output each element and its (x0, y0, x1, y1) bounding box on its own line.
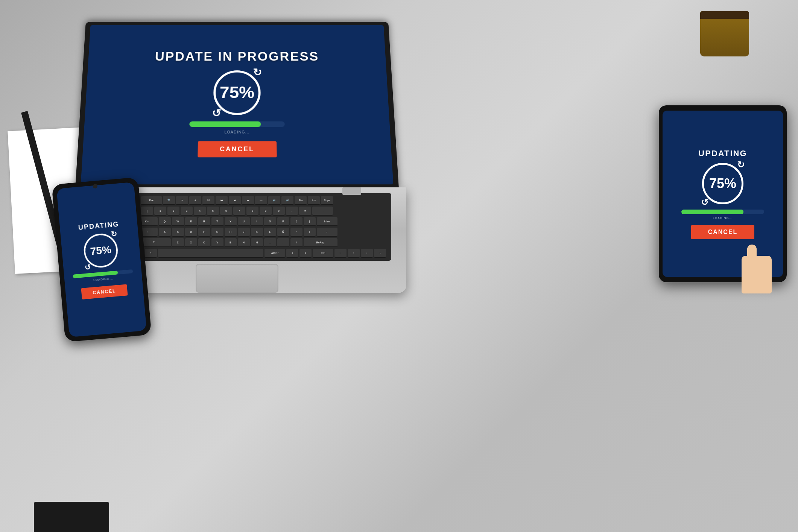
phone-loading-text: LOADING... (93, 277, 113, 282)
key-g[interactable]: G (211, 228, 223, 237)
key-insert[interactable]: Ins (308, 196, 320, 205)
tablet-percent: 75% (709, 176, 736, 192)
key-4[interactable]: 4 (194, 207, 206, 216)
key-v[interactable]: V (211, 238, 223, 247)
key-f7[interactable]: ⏭ (242, 196, 254, 205)
key-5[interactable]: 5 (207, 207, 219, 216)
key-l[interactable]: L (264, 228, 276, 237)
key-alt-r[interactable]: Alt Gr (264, 249, 285, 258)
key-gt[interactable]: > (299, 249, 312, 258)
key-f11[interactable]: Fin (295, 196, 307, 205)
key-f6[interactable]: ⏯ (229, 196, 241, 205)
key-shift-r[interactable]: RePag (304, 238, 337, 247)
key-period[interactable]: . (277, 238, 289, 247)
plant-pot (700, 11, 749, 56)
phone-screen: UPDATING 75% LOADING... CANCEL (56, 182, 147, 337)
key-6[interactable]: 6 (220, 207, 232, 216)
key-n-tilde[interactable]: Ñ (277, 228, 289, 237)
key-comma[interactable]: , (264, 238, 276, 247)
trackpad[interactable] (196, 264, 278, 293)
key-s[interactable]: S (172, 228, 184, 237)
laptop-loading-bar-fill (189, 121, 261, 127)
key-backspace[interactable]: ← (312, 207, 333, 216)
key-z[interactable]: Z (172, 238, 184, 247)
key-enter[interactable]: Intro (317, 217, 337, 226)
key-arrow-right[interactable]: → (374, 249, 386, 258)
key-f[interactable]: F (198, 228, 210, 237)
key-h[interactable]: H (225, 228, 237, 237)
key-minus[interactable]: - (286, 207, 298, 216)
phone-refresh-circle: 75% (82, 232, 119, 269)
key-q[interactable]: Q (159, 217, 171, 226)
key-x[interactable]: X (185, 238, 197, 247)
key-0[interactable]: 0 (273, 207, 285, 216)
key-1[interactable]: 1 (154, 207, 166, 216)
key-supr[interactable]: Supr (321, 196, 333, 205)
key-o[interactable]: O (264, 217, 276, 226)
key-lt[interactable]: < (286, 249, 298, 258)
key-f1[interactable]: 🔍 (163, 196, 175, 205)
laptop-cancel-button[interactable]: CANCEL (198, 141, 277, 157)
key-a[interactable]: A (159, 228, 171, 237)
key-u[interactable]: U (238, 217, 250, 226)
key-f2[interactable]: ▼ (176, 196, 188, 205)
key-tilde[interactable]: | (141, 207, 153, 216)
laptop-screen: UPDATE IN PROGRESS 75% LOADING... CANCEL (81, 25, 394, 185)
key-esc[interactable]: Esc (141, 196, 162, 205)
key-arrow-left[interactable]: ← (334, 249, 347, 258)
key-f8[interactable]: — (255, 196, 267, 205)
key-ctrl-r[interactable]: Ctrl (313, 249, 333, 258)
tablet-refresh-circle: 75% (702, 163, 743, 204)
key-bracket-r[interactable]: ] (304, 217, 316, 226)
key-n[interactable]: N (238, 238, 250, 247)
tablet: UPDATING 75% LOADING... CANCEL (659, 105, 787, 282)
key-backslash2[interactable]: \ (145, 249, 157, 258)
key-y[interactable]: Y (225, 217, 237, 226)
key-arrow-down[interactable]: ↓ (361, 249, 373, 258)
key-t[interactable]: T (211, 217, 223, 226)
key-space[interactable] (158, 249, 263, 258)
key-f3[interactable]: + (189, 196, 201, 205)
phone-cancel-button[interactable]: CANCEL (81, 284, 128, 299)
key-e[interactable]: E (185, 217, 197, 226)
key-c[interactable]: C (198, 238, 210, 247)
key-9[interactable]: 9 (260, 207, 272, 216)
key-f10[interactable]: 🔊 (281, 196, 293, 205)
key-f5[interactable]: ⏮ (216, 196, 228, 205)
laptop-screen-title: UPDATE IN PROGRESS (155, 50, 319, 64)
key-r[interactable]: R (198, 217, 210, 226)
key-bracket-l[interactable]: [ (290, 217, 302, 226)
phone: UPDATING 75% LOADING... CANCEL (52, 177, 152, 342)
laptop-loading-text: LOADING... (224, 130, 249, 134)
key-backslash[interactable]: \ (304, 228, 316, 237)
key-w[interactable]: W (172, 217, 184, 226)
phone-loading-bar-container (73, 269, 133, 278)
tablet-screen: UPDATING 75% LOADING... CANCEL (663, 111, 783, 277)
laptop-loading-bar-container (189, 121, 285, 127)
key-d[interactable]: D (185, 228, 197, 237)
laptop-percent: 75% (220, 83, 255, 102)
key-8[interactable]: 8 (246, 207, 258, 216)
key-equal[interactable]: = (299, 207, 311, 216)
plant-leaves (706, 11, 743, 15)
key-p[interactable]: P (277, 217, 289, 226)
key-f9[interactable]: 🔉 (268, 196, 280, 205)
key-enter-2[interactable]: ← (317, 228, 337, 237)
key-m[interactable]: M (251, 238, 263, 247)
key-f4[interactable]: ⊡ (202, 196, 214, 205)
key-arrow-up[interactable]: ↑ (348, 249, 360, 258)
key-i[interactable]: I (251, 217, 263, 226)
key-3[interactable]: 3 (181, 207, 193, 216)
laptop-lid: UPDATE IN PROGRESS 75% LOADING... CANCEL (75, 22, 399, 188)
key-2[interactable]: 2 (167, 207, 179, 216)
key-j[interactable]: J (238, 228, 250, 237)
dark-object-bottom (34, 502, 109, 532)
key-k[interactable]: K (251, 228, 263, 237)
key-accent[interactable]: ' (290, 228, 302, 237)
key-7[interactable]: 7 (233, 207, 245, 216)
key-slash[interactable]: / (290, 238, 302, 247)
hand-finger (742, 256, 772, 293)
tablet-cancel-button[interactable]: CANCEL (691, 225, 755, 239)
tablet-loading-bar-fill (681, 210, 743, 214)
key-b[interactable]: B (225, 238, 237, 247)
